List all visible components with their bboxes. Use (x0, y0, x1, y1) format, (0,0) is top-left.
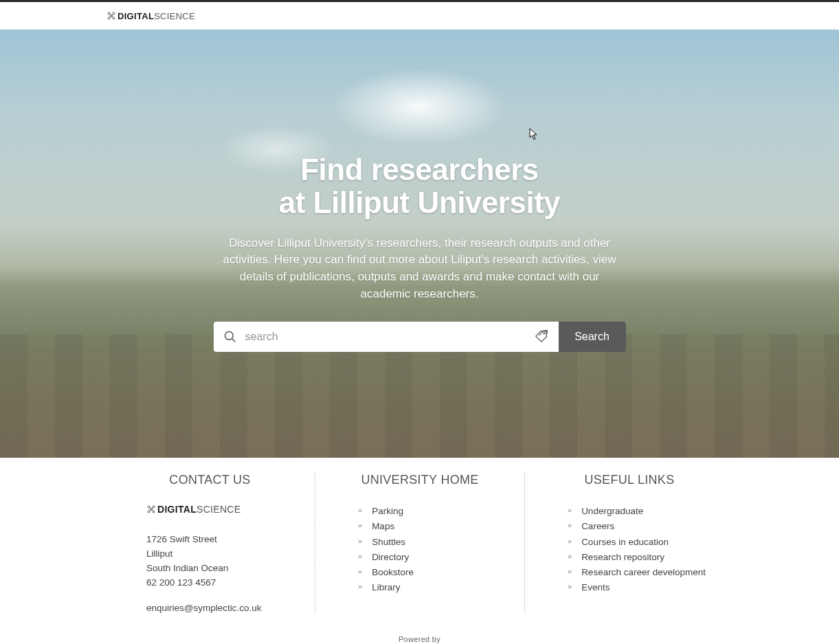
university-link[interactable]: Shuttles (372, 535, 405, 550)
svg-line-5 (110, 14, 111, 15)
chevron-right-icon: » (358, 580, 362, 595)
useful-item: »Research career development (568, 565, 713, 580)
logo-text: DIGITALSCIENCE (118, 11, 195, 21)
chevron-right-icon: » (358, 535, 362, 550)
contact-address: 1726 Swift Street Lilliput South Indian … (146, 533, 294, 590)
useful-link[interactable]: Research career development (581, 565, 706, 580)
svg-point-11 (544, 333, 545, 334)
svg-line-8 (112, 16, 113, 17)
svg-line-20 (152, 510, 153, 511)
university-item: »Library (358, 580, 504, 595)
chevron-right-icon: » (568, 580, 572, 595)
molecule-icon (107, 11, 116, 21)
useful-item: »Undergraduate (568, 504, 713, 519)
university-item: »Shuttles (358, 535, 504, 550)
university-link[interactable]: Maps (372, 519, 394, 534)
svg-point-14 (148, 511, 150, 513)
useful-item: »Research repository (568, 550, 713, 565)
svg-point-16 (150, 509, 153, 511)
search-input[interactable] (245, 331, 526, 343)
hero-section: Find researchers at Lilliput University … (0, 30, 839, 458)
useful-link[interactable]: Research repository (581, 550, 664, 565)
tag-icon[interactable] (534, 329, 549, 344)
footer-contact-column: CONTACT US DIGITALSCIENCE 1726 Swift Str… (105, 473, 315, 613)
hero-title: Find researchers at Lilliput University (214, 153, 626, 220)
svg-line-17 (150, 508, 150, 509)
svg-point-15 (153, 511, 155, 513)
svg-point-12 (148, 506, 150, 508)
svg-line-18 (152, 508, 153, 509)
svg-point-1 (113, 12, 115, 14)
useful-item: »Events (568, 580, 713, 595)
svg-point-13 (153, 506, 155, 508)
digital-science-logo[interactable]: DIGITALSCIENCE (107, 11, 195, 21)
useful-link[interactable]: Events (581, 580, 609, 595)
contact-email[interactable]: enquiries@symplectic.co.uk (146, 603, 294, 613)
chevron-right-icon: » (358, 550, 362, 565)
svg-point-2 (108, 17, 110, 19)
university-link[interactable]: Parking (372, 504, 403, 519)
footer-digital-science-logo[interactable]: DIGITALSCIENCE (146, 504, 294, 515)
university-link[interactable]: Library (372, 580, 400, 595)
university-item: »Directory (358, 550, 504, 565)
chevron-right-icon: » (568, 504, 572, 519)
chevron-right-icon: » (568, 519, 572, 534)
footer-university-column: UNIVERSITY HOME »Parking»Maps»Shuttles»D… (315, 473, 524, 613)
powered-label: Powered by (0, 635, 839, 643)
molecule-icon (146, 504, 156, 514)
university-item: »Parking (358, 504, 504, 519)
svg-line-19 (150, 510, 150, 511)
footer: CONTACT US DIGITALSCIENCE 1726 Swift Str… (0, 458, 839, 644)
university-link[interactable]: Directory (372, 550, 409, 565)
chevron-right-icon: » (568, 535, 572, 550)
chevron-right-icon: » (358, 519, 362, 534)
university-link[interactable]: Bookstore (372, 565, 414, 580)
search-row: Search (214, 322, 626, 352)
footer-useful-column: USEFUL LINKS »Undergraduate»Careers»Cour… (524, 473, 734, 613)
useful-link[interactable]: Courses in education (581, 535, 669, 550)
search-box (214, 322, 559, 352)
hero-description: Discover Lilliput University's researche… (214, 235, 626, 303)
useful-item: »Courses in education (568, 535, 713, 550)
useful-heading: USEFUL LINKS (546, 473, 713, 487)
useful-links-list: »Undergraduate»Careers»Courses in educat… (546, 504, 713, 596)
svg-line-10 (232, 339, 235, 342)
mouse-cursor-icon (529, 128, 539, 140)
search-icon (223, 330, 237, 344)
svg-line-7 (110, 16, 111, 17)
powered-by: Powered by SYMPLECTIC PART OF DIGITALSCI… (0, 635, 839, 644)
university-heading: UNIVERSITY HOME (336, 473, 504, 487)
university-item: »Bookstore (358, 565, 504, 580)
svg-point-0 (108, 12, 110, 14)
chevron-right-icon: » (358, 565, 362, 580)
search-button[interactable]: Search (559, 322, 626, 352)
chevron-right-icon: » (358, 504, 362, 519)
university-item: »Maps (358, 519, 504, 534)
chevron-right-icon: » (568, 550, 572, 565)
svg-point-9 (225, 332, 233, 340)
logo-text: DIGITALSCIENCE (157, 504, 240, 515)
svg-line-6 (112, 14, 113, 15)
header-bar: DIGITALSCIENCE (0, 2, 839, 30)
useful-item: »Careers (568, 519, 713, 534)
chevron-right-icon: » (568, 565, 572, 580)
useful-link[interactable]: Careers (581, 519, 614, 534)
svg-point-3 (113, 17, 115, 19)
svg-point-4 (111, 15, 113, 17)
university-links-list: »Parking»Maps»Shuttles»Directory»Booksto… (336, 504, 504, 596)
useful-link[interactable]: Undergraduate (581, 504, 643, 519)
contact-heading: CONTACT US (126, 473, 294, 487)
